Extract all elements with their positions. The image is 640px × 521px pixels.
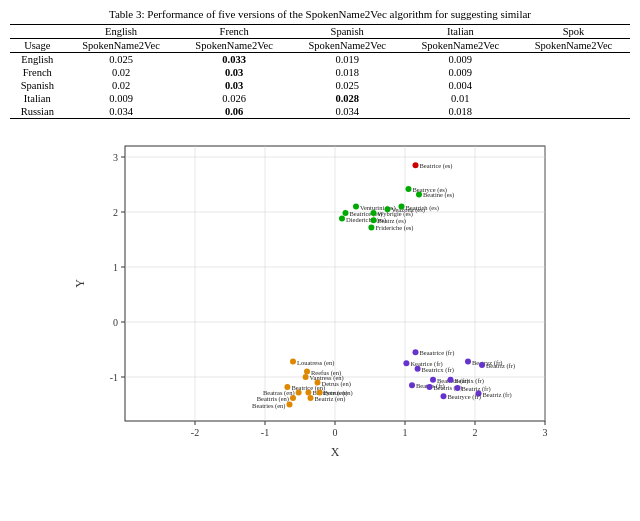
row-val <box>517 66 630 79</box>
svg-point-58 <box>290 359 296 365</box>
row-val: 0.026 <box>178 92 291 105</box>
col-spanish-subheader: SpokenName2Vec <box>291 39 404 53</box>
row-lang: Italian <box>10 92 65 105</box>
col-spok-subheader: SpokenName2Vec <box>517 39 630 53</box>
col-spanish-header: Spanish <box>291 25 404 39</box>
svg-point-38 <box>406 186 412 192</box>
performance-table: English French Spanish Italian Spok Usag… <box>10 24 630 119</box>
row-val: 0.06 <box>178 105 291 119</box>
svg-text:Detrus (en): Detrus (en) <box>322 380 351 388</box>
row-val: 0.009 <box>404 66 517 79</box>
table-header-row-2: Usage SpokenName2Vec SpokenName2Vec Spok… <box>10 39 630 53</box>
col-english-header: English <box>65 25 178 39</box>
svg-text:1: 1 <box>113 262 118 273</box>
svg-text:Beatriz (fr): Beatriz (fr) <box>483 391 512 399</box>
row-val: 0.01 <box>404 92 517 105</box>
svg-point-80 <box>413 349 419 355</box>
row-val: 0.03 <box>178 79 291 92</box>
row-val: 0.004 <box>404 79 517 92</box>
svg-point-50 <box>399 204 405 210</box>
row-val: 0.018 <box>291 66 404 79</box>
row-val: 0.02 <box>65 79 178 92</box>
svg-point-68 <box>296 389 302 395</box>
svg-text:Beatricx (fr): Beatricx (fr) <box>422 366 454 374</box>
svg-text:Beatryce (fr): Beatryce (fr) <box>448 393 481 401</box>
col-french-header: French <box>178 25 291 39</box>
row-val: 0.009 <box>65 92 178 105</box>
table-caption: Table 3: Performance of five versions of… <box>10 8 630 20</box>
row-val: 0.033 <box>178 53 291 67</box>
svg-text:3: 3 <box>543 427 548 438</box>
svg-point-102 <box>441 393 447 399</box>
svg-text:3: 3 <box>113 152 118 163</box>
col-italian-header: Italian <box>404 25 517 39</box>
table-row: Italian 0.009 0.026 0.028 0.01 <box>10 92 630 105</box>
table-header-row-1: English French Spanish Italian Spok <box>10 25 630 39</box>
table-row: French 0.02 0.03 0.018 0.009 <box>10 66 630 79</box>
svg-text:-1: -1 <box>261 427 269 438</box>
svg-point-48 <box>385 206 391 212</box>
row-lang: Spanish <box>10 79 65 92</box>
row-val: 0.025 <box>65 53 178 67</box>
svg-text:0: 0 <box>333 427 338 438</box>
svg-point-98 <box>455 385 461 391</box>
row-val <box>517 92 630 105</box>
row-lang: French <box>10 66 65 79</box>
svg-text:Beatrice (es): Beatrice (es) <box>420 162 453 170</box>
svg-point-36 <box>413 162 419 168</box>
svg-point-54 <box>368 224 374 230</box>
row-lang: Russian <box>10 105 65 119</box>
row-val: 0.034 <box>65 105 178 119</box>
svg-text:2: 2 <box>113 207 118 218</box>
svg-text:2: 2 <box>473 427 478 438</box>
svg-text:-2: -2 <box>191 427 199 438</box>
svg-point-76 <box>308 395 314 401</box>
col-usage-header <box>10 25 65 39</box>
col-italian-subheader: SpokenName2Vec <box>404 39 517 53</box>
row-val: 0.019 <box>291 53 404 67</box>
scatter-chart: -10123-2-10123YXBeatrice (es)Beatryce (e… <box>70 131 570 461</box>
row-val: 0.028 <box>291 92 404 105</box>
svg-text:Beatriz (fr): Beatriz (fr) <box>486 362 515 370</box>
svg-point-90 <box>427 384 433 390</box>
svg-text:Beatrich (es): Beatrich (es) <box>406 204 439 212</box>
col-french-subheader: SpokenName2Vec <box>178 39 291 53</box>
svg-text:-1: -1 <box>110 372 118 383</box>
svg-point-84 <box>415 366 421 372</box>
svg-text:Louatress (en): Louatress (en) <box>297 359 334 367</box>
row-val: 0.025 <box>291 79 404 92</box>
svg-point-74 <box>290 395 296 401</box>
table-row: Spanish 0.02 0.03 0.025 0.004 <box>10 79 630 92</box>
row-lang: English <box>10 53 65 67</box>
row-val: 0.02 <box>65 66 178 79</box>
svg-point-82 <box>403 360 409 366</box>
svg-text:0: 0 <box>113 317 118 328</box>
row-val: 0.009 <box>404 53 517 67</box>
svg-point-92 <box>448 377 454 383</box>
table-row: Russian 0.034 0.06 0.034 0.018 <box>10 105 630 119</box>
svg-text:Beatine (es): Beatine (es) <box>423 191 454 199</box>
svg-point-62 <box>303 374 309 380</box>
svg-text:Beaatrice (fr): Beaatrice (fr) <box>420 349 455 357</box>
row-val: 0.018 <box>404 105 517 119</box>
svg-text:Beatries (en): Beatries (en) <box>252 402 285 410</box>
svg-point-78 <box>287 402 293 408</box>
col-spok-header: Spok <box>517 25 630 39</box>
svg-text:1: 1 <box>403 427 408 438</box>
svg-point-70 <box>305 389 311 395</box>
row-val: 0.034 <box>291 105 404 119</box>
col-usage-subheader: Usage <box>10 39 65 53</box>
row-val <box>517 53 630 67</box>
table-row: English 0.025 0.033 0.019 0.009 <box>10 53 630 67</box>
svg-text:Y: Y <box>73 279 87 288</box>
svg-point-52 <box>339 216 345 222</box>
svg-point-56 <box>371 217 377 223</box>
page: Table 3: Performance of five versions of… <box>0 0 640 469</box>
svg-text:Beatrz (es): Beatrz (es) <box>378 217 406 225</box>
svg-point-94 <box>465 359 471 365</box>
row-val: 0.03 <box>178 66 291 79</box>
svg-text:X: X <box>331 445 340 459</box>
svg-point-40 <box>416 191 422 197</box>
svg-text:Beatrix (fr): Beatrix (fr) <box>455 377 484 385</box>
scatter-chart-container: -10123-2-10123YXBeatrice (es)Beatryce (e… <box>10 131 630 461</box>
